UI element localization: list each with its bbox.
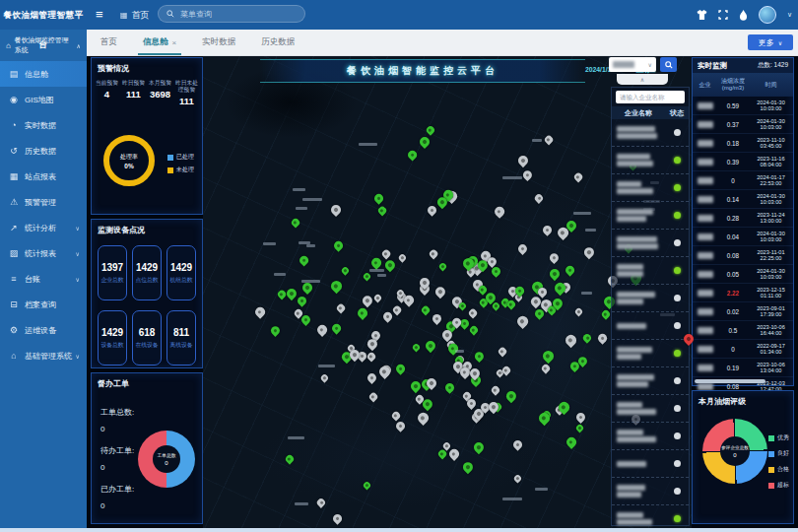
map-marker[interactable] (394, 421, 407, 433)
map-marker[interactable] (362, 480, 371, 490)
map-marker[interactable] (521, 168, 534, 181)
map-marker[interactable] (356, 306, 369, 320)
map-marker[interactable] (336, 303, 347, 314)
map-marker[interactable] (574, 424, 584, 433)
flame-icon[interactable] (739, 10, 748, 21)
map-marker[interactable] (564, 264, 575, 276)
theme-skin-icon[interactable] (697, 10, 707, 20)
map-marker[interactable] (319, 372, 329, 382)
company-row-14[interactable] (612, 505, 689, 528)
company-row-11[interactable] (612, 423, 689, 450)
map-marker[interactable] (516, 242, 529, 255)
map-marker[interactable] (513, 474, 523, 484)
map-marker[interactable] (269, 324, 282, 337)
map-marker[interactable] (296, 295, 308, 307)
map-marker[interactable] (498, 346, 508, 357)
device-stat-card-4[interactable]: 618在线设备 (132, 310, 162, 366)
company-row-4[interactable] (612, 230, 689, 257)
company-row-8[interactable] (612, 340, 689, 367)
map-marker[interactable] (504, 389, 518, 403)
map-marker[interactable] (472, 440, 486, 454)
sidebar-item-9[interactable]: ⊟档案查询 (0, 292, 87, 317)
home-nav-button[interactable]: ▦ 首页 (120, 0, 150, 30)
map-marker[interactable] (425, 124, 436, 136)
map-marker[interactable] (431, 312, 443, 325)
map-marker[interactable] (514, 314, 529, 329)
map-marker[interactable] (299, 281, 313, 295)
map-marker[interactable] (511, 438, 524, 451)
hamburger-menu-icon[interactable]: ≡ (96, 7, 103, 22)
map-marker[interactable] (369, 256, 383, 270)
sidebar-item-5[interactable]: ⚠预警管理 (0, 189, 87, 215)
map-marker[interactable] (473, 350, 486, 363)
sidebar-item-3[interactable]: ↺历史数据 (0, 138, 87, 164)
map-marker[interactable] (394, 363, 406, 374)
map-marker[interactable] (416, 411, 431, 426)
map-marker[interactable] (406, 149, 418, 161)
company-row-13[interactable] (612, 478, 689, 505)
map-marker[interactable] (541, 224, 554, 236)
map-marker[interactable] (316, 497, 328, 508)
map-marker[interactable] (541, 363, 552, 373)
map-marker[interactable] (461, 460, 476, 475)
company-row-12[interactable] (612, 450, 689, 478)
map-marker[interactable] (582, 245, 597, 260)
map-marker[interactable] (574, 411, 587, 424)
map-marker[interactable] (341, 265, 351, 275)
map-marker[interactable] (467, 308, 478, 319)
sidebar-item-7[interactable]: ▨统计报表∨ (0, 240, 87, 266)
map-marker[interactable] (412, 343, 422, 353)
map-marker[interactable] (291, 217, 301, 228)
device-stat-card-2[interactable]: 1429机组总数 (166, 245, 196, 300)
map-marker[interactable] (361, 294, 375, 308)
menu-search-input[interactable] (178, 9, 297, 20)
map-marker[interactable] (315, 323, 329, 337)
alert-map-marker[interactable] (684, 334, 694, 344)
map-marker[interactable] (390, 411, 401, 422)
map-marker[interactable] (329, 279, 344, 294)
map-marker[interactable] (372, 193, 384, 205)
map-marker[interactable] (284, 287, 298, 300)
map-marker[interactable] (363, 271, 372, 281)
sidebar-item-6[interactable]: ↗统计分析∨ (0, 215, 87, 240)
tab-0[interactable]: 首页 (100, 30, 117, 55)
map-marker[interactable] (565, 435, 578, 449)
sidebar-item-0[interactable]: ▤信息舱 (0, 61, 87, 87)
company-row-2[interactable] (612, 174, 689, 202)
map-marker[interactable] (376, 205, 387, 216)
map-marker[interactable] (391, 304, 402, 315)
sidebar-item-10[interactable]: ⚙运维设备 (0, 317, 87, 343)
sidebar-item-11[interactable]: ⌂基础管理系统∨ (0, 343, 87, 368)
map-marker[interactable] (572, 172, 583, 183)
more-button[interactable]: 更多 ∨ (748, 34, 793, 50)
map-marker[interactable] (574, 307, 584, 317)
device-stat-card-5[interactable]: 811离线设备 (166, 310, 196, 366)
map-marker[interactable] (596, 332, 608, 344)
company-filter-dropdown[interactable]: ∨ (609, 57, 656, 72)
map-marker[interactable] (487, 400, 500, 414)
map-marker[interactable] (548, 251, 561, 264)
map-marker[interactable] (516, 154, 530, 167)
company-search-button[interactable] (660, 57, 677, 72)
map-marker[interactable] (564, 333, 578, 348)
map-marker[interactable] (367, 392, 378, 403)
device-stat-card-1[interactable]: 1429点位总数 (132, 245, 162, 300)
map-marker[interactable] (366, 371, 378, 384)
map-marker[interactable] (534, 192, 546, 204)
map-marker[interactable] (380, 249, 391, 260)
map-marker[interactable] (372, 293, 382, 302)
company-row-0[interactable] (612, 119, 689, 147)
tab-3[interactable]: 历史数据 (261, 30, 295, 55)
close-icon[interactable]: × (172, 38, 177, 47)
tab-1[interactable]: 信息舱× (143, 30, 176, 55)
sidebar-item-1[interactable]: ◉GIS地图 (0, 87, 87, 112)
device-stat-card-0[interactable]: 1397企业总数 (98, 245, 127, 300)
map-marker[interactable] (447, 447, 461, 461)
map-marker[interactable] (427, 205, 439, 218)
company-row-5[interactable] (612, 257, 689, 285)
map-marker[interactable] (333, 239, 345, 251)
device-stat-card-3[interactable]: 1429设备总数 (98, 310, 127, 366)
company-row-9[interactable] (612, 367, 689, 395)
company-row-6[interactable] (612, 285, 689, 312)
map-marker[interactable] (330, 322, 342, 334)
